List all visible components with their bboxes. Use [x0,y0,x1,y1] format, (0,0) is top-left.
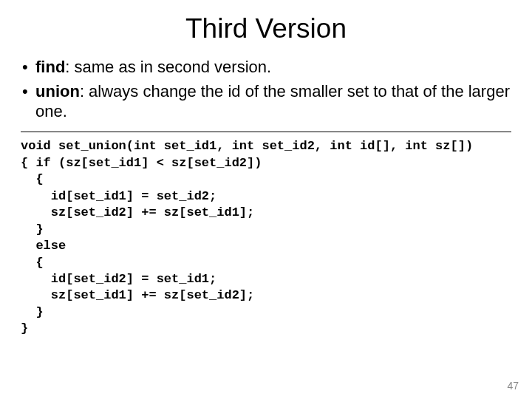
slide: Third Version find: same as in second ve… [0,13,532,399]
bullet-keyword: find [35,58,65,76]
code-block: void set_union(int set_id1, int set_id2,… [21,132,511,337]
bullet-list: find: same as in second version. union: … [21,58,511,121]
bullet-item: union: always change the id of the small… [21,82,511,122]
bullet-text: : always change the id of the smaller se… [35,82,510,120]
bullet-keyword: union [35,82,80,100]
bullet-item: find: same as in second version. [21,58,511,78]
bullet-text: : same as in second version. [65,58,271,76]
slide-title: Third Version [0,13,532,44]
page-number: 47 [507,380,519,392]
